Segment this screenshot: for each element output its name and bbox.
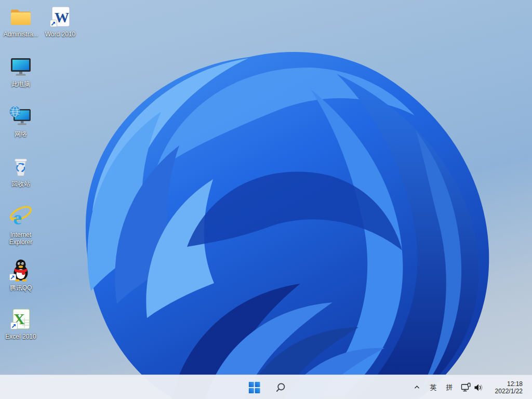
desktop-icon-tencent-qq[interactable]: 腾讯QQ	[1, 258, 41, 291]
desktop-icon-excel-2010[interactable]: X Excel 2010	[1, 307, 41, 340]
ime-mode-button[interactable]: 拼	[442, 377, 458, 398]
desktop: Administra... W Word 2010 此电脑	[0, 0, 532, 399]
desktop-icon-network[interactable]: 网络	[1, 104, 41, 138]
qq-penguin-icon	[8, 258, 33, 283]
icon-label: Excel 2010	[5, 333, 36, 340]
word-icon: W	[48, 4, 73, 29]
monitor-icon	[8, 54, 33, 79]
excel-icon: X	[8, 307, 33, 331]
chevron-up-icon	[414, 384, 420, 391]
taskbar: 英 拼 12:18 2022/1/22	[0, 375, 532, 399]
folder-icon	[8, 4, 33, 29]
network-volume-flyout[interactable]	[458, 377, 488, 398]
system-tray: 英 拼 12:18 2022/1/22	[408, 375, 532, 399]
search-button[interactable]	[270, 377, 291, 398]
icon-label: Administra...	[4, 31, 38, 38]
recycle-bin-icon	[8, 154, 33, 179]
network-monitor-icon	[8, 104, 33, 129]
clock-time: 12:18	[495, 380, 523, 388]
wallpaper-bloom	[0, 0, 532, 399]
search-icon	[275, 382, 286, 393]
icon-label: 回收站	[11, 180, 30, 188]
icon-label: 此电脑	[11, 81, 30, 88]
clock[interactable]: 12:18 2022/1/22	[493, 378, 525, 397]
icon-label: Internet Explorer	[1, 231, 41, 246]
desktop-icon-administrator[interactable]: Administra...	[1, 4, 41, 38]
ime-language-button[interactable]: 英	[425, 377, 442, 398]
tray-overflow-button[interactable]	[408, 377, 425, 398]
desktop-icon-recycle-bin[interactable]: 回收站	[1, 154, 41, 188]
desktop-icon-word-2010[interactable]: W Word 2010	[41, 4, 80, 38]
ethernet-network-icon	[461, 382, 472, 393]
desktop-icon-this-pc[interactable]: 此电脑	[1, 54, 41, 88]
icon-label: 网络	[15, 130, 27, 138]
icon-label: Word 2010	[45, 31, 75, 38]
speaker-volume-icon	[473, 382, 485, 393]
start-button[interactable]	[244, 377, 265, 398]
desktop-icon-internet-explorer[interactable]: e Internet Explorer	[1, 205, 41, 246]
internet-explorer-icon: e	[8, 205, 33, 230]
clock-date: 2022/1/22	[495, 388, 523, 395]
icon-label: 腾讯QQ	[10, 284, 32, 291]
windows-logo-icon	[249, 382, 260, 393]
